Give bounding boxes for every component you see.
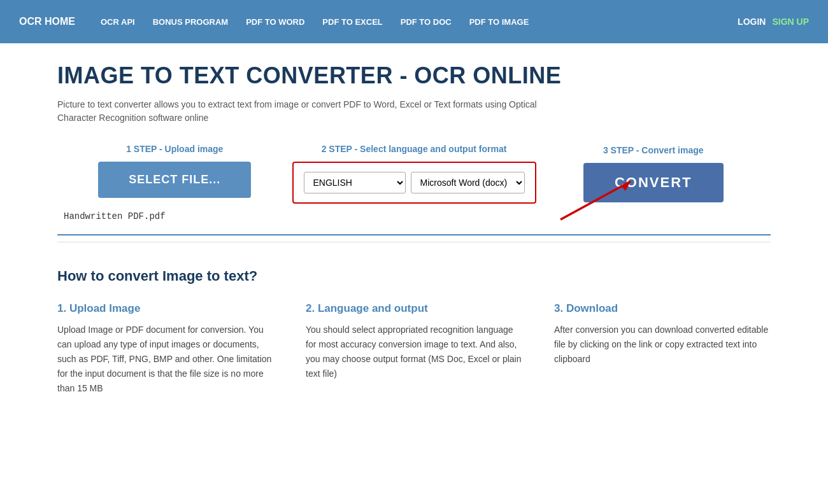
navbar: OCR HOME OCR API BONUS PROGRAM PDF TO WO…	[0, 0, 828, 43]
step2-selects: ENGLISH FRENCH GERMAN SPANISH ITALIAN PO…	[304, 172, 525, 193]
how-to-col-3: 3. Download After conversion you can dow…	[554, 302, 771, 396]
step3-label: 3 STEP - Convert image	[603, 145, 704, 155]
steps-row: 1 STEP - Upload image SELECT FILE... 2 S…	[57, 144, 771, 204]
how-to-col2-text: You should select appropriated recogniti…	[306, 323, 522, 381]
filename-arrow-row: Handwritten PDF.pdf	[57, 210, 771, 221]
page-subtitle: Picture to text converter allows you to …	[57, 98, 554, 125]
how-to-col2-heading: 2. Language and output	[306, 302, 522, 315]
secondary-divider	[57, 242, 771, 242]
nav-ocr-api[interactable]: OCR API	[101, 17, 135, 27]
main-content: IMAGE TO TEXT CONVERTER - OCR ONLINE Pic…	[32, 43, 796, 421]
nav-pdf-to-excel[interactable]: PDF TO EXCEL	[322, 17, 382, 27]
page-title: IMAGE TO TEXT CONVERTER - OCR ONLINE	[57, 62, 771, 89]
login-link[interactable]: LOGIN	[738, 17, 766, 27]
select-file-button[interactable]: SELECT FILE...	[98, 162, 251, 198]
step3-block: 3 STEP - Convert image CONVERT	[536, 144, 771, 202]
language-select[interactable]: ENGLISH FRENCH GERMAN SPANISH ITALIAN PO…	[304, 172, 406, 193]
how-to-col3-heading: 3. Download	[554, 302, 771, 315]
main-divider	[57, 234, 771, 235]
step1-label: 1 STEP - Upload image	[126, 144, 223, 154]
how-to-col-1: 1. Upload Image Upload Image or PDF docu…	[57, 302, 274, 396]
nav-pdf-to-word[interactable]: PDF TO WORD	[246, 17, 304, 27]
format-select[interactable]: Microsoft Word (docx) Microsoft Excel (x…	[411, 172, 525, 193]
how-to-cols: 1. Upload Image Upload Image or PDF docu…	[57, 302, 771, 396]
how-to-col1-heading: 1. Upload Image	[57, 302, 274, 315]
step2-block: 2 STEP - Select language and output form…	[292, 144, 536, 204]
nav-links: OCR API BONUS PROGRAM PDF TO WORD PDF TO…	[101, 17, 738, 27]
nav-auth: LOGIN SIGN UP	[738, 17, 809, 27]
convert-button[interactable]: CONVERT	[583, 163, 724, 202]
step2-label: 2 STEP - Select language and output form…	[322, 144, 507, 154]
nav-bonus-program[interactable]: BONUS PROGRAM	[153, 17, 228, 27]
how-to-col1-text: Upload Image or PDF document for convers…	[57, 323, 274, 396]
how-to-title: How to convert Image to text?	[57, 268, 771, 284]
filename-label: Handwritten PDF.pdf	[57, 211, 166, 221]
step1-block: 1 STEP - Upload image SELECT FILE...	[57, 144, 292, 198]
how-to-col-2: 2. Language and output You should select…	[306, 302, 522, 396]
nav-brand[interactable]: OCR HOME	[19, 16, 75, 27]
nav-pdf-to-doc[interactable]: PDF TO DOC	[401, 17, 452, 27]
nav-pdf-to-image[interactable]: PDF TO IMAGE	[469, 17, 529, 27]
how-to-section: How to convert Image to text? 1. Upload …	[57, 262, 771, 409]
step2-box: ENGLISH FRENCH GERMAN SPANISH ITALIAN PO…	[292, 162, 536, 204]
how-to-col3-text: After conversion you can download conver…	[554, 323, 771, 367]
signup-link[interactable]: SIGN UP	[772, 17, 809, 27]
